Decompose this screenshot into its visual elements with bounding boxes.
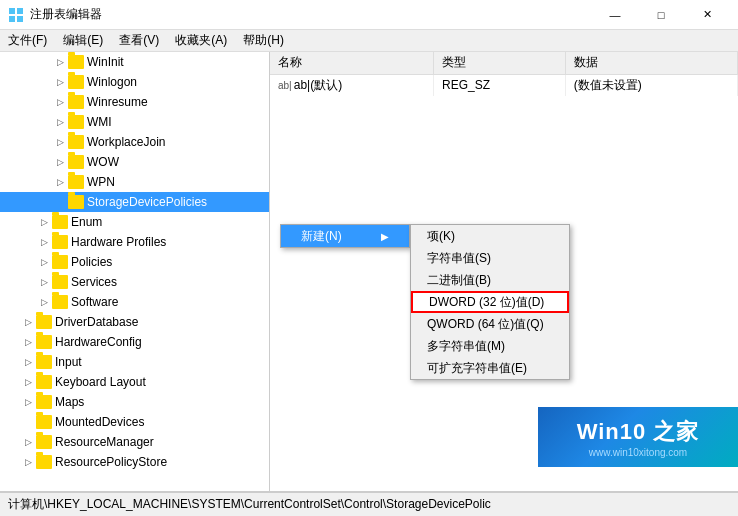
tree-item-winlogon[interactable]: ▷ Winlogon xyxy=(0,72,269,92)
expand-icon: ▷ xyxy=(36,274,52,290)
col-name: 名称 xyxy=(270,52,434,74)
expand-icon: ▷ xyxy=(52,74,68,90)
tree-scroll[interactable]: ▷ WinInit ▷ Winlogon ▷ Winresume ▷ WMI xyxy=(0,52,269,491)
tree-label: WMI xyxy=(87,115,112,129)
app-icon xyxy=(8,7,24,23)
folder-icon xyxy=(68,135,84,149)
tree-item-resourcepolicystore[interactable]: ▷ ResourcePolicyStore xyxy=(0,452,269,472)
expand-icon: ▷ xyxy=(52,54,68,70)
tree-item-wmi[interactable]: ▷ WMI xyxy=(0,112,269,132)
maximize-button[interactable]: □ xyxy=(638,0,684,30)
tree-item-policies[interactable]: ▷ Policies xyxy=(0,252,269,272)
expand-icon xyxy=(52,194,68,210)
expand-icon: ▷ xyxy=(36,254,52,270)
expand-icon: ▷ xyxy=(52,94,68,110)
tree-label: Enum xyxy=(71,215,102,229)
submenu-item-qword[interactable]: QWORD (64 位)值(Q) xyxy=(411,313,569,335)
folder-icon xyxy=(36,375,52,389)
expand-icon: ▷ xyxy=(20,374,36,390)
tree-item-winresume[interactable]: ▷ Winresume xyxy=(0,92,269,112)
tree-item-hardwareconfig[interactable]: ▷ HardwareConfig xyxy=(0,332,269,352)
menu-favorites[interactable]: 收藏夹(A) xyxy=(167,30,235,51)
expand-icon: ▷ xyxy=(52,174,68,190)
expand-icon: ▷ xyxy=(20,354,36,370)
submenu-item-expandstring[interactable]: 可扩充字符串值(E) xyxy=(411,357,569,379)
folder-icon xyxy=(36,455,52,469)
menu-help[interactable]: 帮助(H) xyxy=(235,30,292,51)
tree-item-resourcemanager[interactable]: ▷ ResourceManager xyxy=(0,432,269,452)
tree-item-wpn[interactable]: ▷ WPN xyxy=(0,172,269,192)
tree-item-workplacejoin[interactable]: ▷ WorkplaceJoin xyxy=(0,132,269,152)
svg-rect-0 xyxy=(9,8,15,14)
tree-label: Policies xyxy=(71,255,112,269)
new-label: 新建(N) xyxy=(301,228,342,245)
watermark-title: Win10 之家 xyxy=(577,417,700,447)
cell-name: ab|ab|(默认) xyxy=(270,74,434,96)
submenu: 项(K) 字符串值(S) 二进制值(B) DWORD (32 位)值(D) QW… xyxy=(410,224,570,380)
expand-icon: ▷ xyxy=(36,214,52,230)
tree-item-driverdatabase[interactable]: ▷ DriverDatabase xyxy=(0,312,269,332)
tree-label: Hardware Profiles xyxy=(71,235,166,249)
tree-item-mounteddevices[interactable]: MountedDevices xyxy=(0,412,269,432)
svg-rect-2 xyxy=(9,16,15,22)
tree-label: WOW xyxy=(87,155,119,169)
submenu-item-multistring[interactable]: 多字符串值(M) xyxy=(411,335,569,357)
tree-label: WPN xyxy=(87,175,115,189)
tree-item-services[interactable]: ▷ Services xyxy=(0,272,269,292)
folder-icon xyxy=(36,335,52,349)
submenu-item-binary[interactable]: 二进制值(B) xyxy=(411,269,569,291)
expand-icon: ▷ xyxy=(20,334,36,350)
col-data: 数据 xyxy=(565,52,737,74)
tree-item-hardware-profiles[interactable]: ▷ Hardware Profiles xyxy=(0,232,269,252)
svg-rect-1 xyxy=(17,8,23,14)
tree-label: Keyboard Layout xyxy=(55,375,146,389)
folder-icon xyxy=(36,415,52,429)
folder-icon xyxy=(36,395,52,409)
cell-value: (数值未设置) xyxy=(565,74,737,96)
minimize-button[interactable]: — xyxy=(592,0,638,30)
folder-icon xyxy=(68,195,84,209)
tree-label: Winlogon xyxy=(87,75,137,89)
folder-icon xyxy=(36,315,52,329)
tree-item-enum[interactable]: ▷ Enum xyxy=(0,212,269,232)
table-row[interactable]: ab|ab|(默认) REG_SZ (数值未设置) xyxy=(270,74,738,96)
folder-icon xyxy=(68,175,84,189)
watermark-subtitle: www.win10xitong.com xyxy=(589,447,687,458)
submenu-label: 项(K) xyxy=(427,228,455,245)
context-menu-new[interactable]: 新建(N) ▶ xyxy=(281,225,409,247)
tree-label: Services xyxy=(71,275,117,289)
submenu-item-dword[interactable]: DWORD (32 位)值(D) xyxy=(411,291,569,313)
submenu-arrow-icon: ▶ xyxy=(381,231,389,242)
close-button[interactable]: ✕ xyxy=(684,0,730,30)
tree-item-maps[interactable]: ▷ Maps xyxy=(0,392,269,412)
submenu-label: 多字符串值(M) xyxy=(427,338,505,355)
tree-item-wow[interactable]: ▷ WOW xyxy=(0,152,269,172)
tree-item-input[interactable]: ▷ Input xyxy=(0,352,269,372)
tree-item-keyboard-layout[interactable]: ▷ Keyboard Layout xyxy=(0,372,269,392)
tree-item-software[interactable]: ▷ Software xyxy=(0,292,269,312)
submenu-label: 二进制值(B) xyxy=(427,272,491,289)
tree-item-wininit[interactable]: ▷ WinInit xyxy=(0,52,269,72)
cell-type: REG_SZ xyxy=(434,74,566,96)
folder-icon xyxy=(68,155,84,169)
tree-item-storagedevicepolicies[interactable]: StorageDevicePolicies xyxy=(0,192,269,212)
folder-icon xyxy=(68,115,84,129)
expand-icon: ▷ xyxy=(20,434,36,450)
registry-table: 名称 类型 数据 ab|ab|(默认) REG_SZ (数值未设置) xyxy=(270,52,738,96)
context-menu-container: 新建(N) ▶ 项(K) 字符串值(S) 二进制值(B) DWORD (32 位… xyxy=(280,224,570,380)
submenu-item-string[interactable]: 字符串值(S) xyxy=(411,247,569,269)
menu-edit[interactable]: 编辑(E) xyxy=(55,30,111,51)
tree-panel: ▷ WinInit ▷ Winlogon ▷ Winresume ▷ WMI xyxy=(0,52,270,491)
svg-rect-3 xyxy=(17,16,23,22)
status-path: 计算机\HKEY_LOCAL_MACHINE\SYSTEM\CurrentCon… xyxy=(8,496,491,513)
folder-icon xyxy=(68,95,84,109)
folder-icon xyxy=(68,75,84,89)
expand-icon: ▷ xyxy=(20,314,36,330)
submenu-item-key[interactable]: 项(K) xyxy=(411,225,569,247)
main-area: ▷ WinInit ▷ Winlogon ▷ Winresume ▷ WMI xyxy=(0,52,738,492)
menu-view[interactable]: 查看(V) xyxy=(111,30,167,51)
tree-label: Winresume xyxy=(87,95,148,109)
menu-file[interactable]: 文件(F) xyxy=(0,30,55,51)
expand-icon: ▷ xyxy=(20,454,36,470)
menu-bar: 文件(F) 编辑(E) 查看(V) 收藏夹(A) 帮助(H) xyxy=(0,30,738,52)
